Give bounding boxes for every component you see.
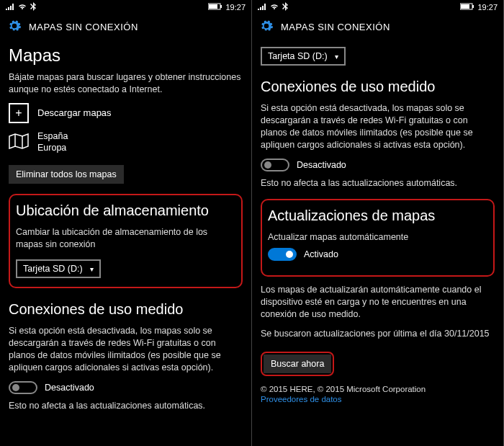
clock: 19:27 bbox=[477, 3, 498, 12]
region-country: España bbox=[37, 130, 68, 142]
metered-desc: Si esta opción está desactivada, los map… bbox=[261, 102, 495, 151]
page-title: MAPAS SIN CONEXIÓN bbox=[29, 22, 138, 32]
metered-desc: Si esta opción está desactivada, los map… bbox=[9, 325, 243, 374]
auto-update-toggle[interactable]: Activado bbox=[268, 248, 487, 261]
gear-icon bbox=[7, 19, 22, 35]
wifi-icon bbox=[269, 3, 279, 12]
storage-select-value: Tarjeta SD (D:) bbox=[268, 51, 328, 61]
storage-select[interactable]: Tarjeta SD (D:) ▾ bbox=[261, 47, 346, 66]
gear-icon bbox=[259, 19, 274, 35]
storage-heading: Ubicación de almacenamiento bbox=[16, 202, 235, 219]
updates-subheading: Actualizar mapas automáticamente bbox=[268, 231, 487, 244]
svg-rect-5 bbox=[472, 5, 474, 8]
screen-left: 19:27 MAPAS SIN CONEXIÓN Mapas Bájate ma… bbox=[0, 0, 252, 446]
copyright-text: © 2015 HERE, © 2015 Microsoft Corporatio… bbox=[261, 385, 495, 393]
maps-intro-text: Bájate mapas para buscar lugares y obten… bbox=[9, 71, 243, 96]
storage-select-value: Tarjeta SD (D:) bbox=[23, 264, 83, 274]
chevron-down-icon: ▾ bbox=[335, 53, 338, 61]
map-updates-section: Actualizaciones de mapas Actualizar mapa… bbox=[261, 199, 495, 277]
svg-rect-4 bbox=[461, 4, 469, 9]
check-now-highlight: Buscar ahora bbox=[261, 352, 334, 376]
storage-select[interactable]: Tarjeta SD (D:) ▾ bbox=[16, 259, 101, 278]
battery-icon bbox=[208, 3, 222, 12]
svg-rect-1 bbox=[209, 4, 217, 9]
bluetooth-icon bbox=[282, 2, 288, 12]
map-icon bbox=[9, 133, 29, 151]
wifi-icon bbox=[17, 3, 27, 12]
region-continent: Europa bbox=[37, 142, 68, 153]
updates-heading: Actualizaciones de mapas bbox=[268, 208, 487, 224]
status-bar: 19:27 bbox=[252, 0, 503, 14]
metered-heading: Conexiones de uso medido bbox=[261, 79, 495, 95]
metered-toggle[interactable]: Desactivado bbox=[9, 381, 243, 394]
metered-toggle-label: Desactivado bbox=[297, 160, 346, 170]
section-maps-heading: Mapas bbox=[9, 45, 243, 66]
storage-location-section: Ubicación de almacenamiento Cambiar la u… bbox=[9, 194, 243, 288]
plus-icon: + bbox=[9, 103, 29, 123]
download-maps-row[interactable]: + Descargar mapas bbox=[9, 103, 243, 123]
storage-desc: Cambiar la ubicación de almacenamiento d… bbox=[16, 226, 235, 251]
status-bar: 19:27 bbox=[0, 0, 251, 14]
page-header: MAPAS SIN CONEXIÓN bbox=[0, 14, 251, 43]
metered-note: Esto no afecta a las actualizaciones aut… bbox=[261, 177, 495, 189]
region-row[interactable]: España Europa bbox=[9, 130, 243, 154]
metered-note: Esto no afecta a las actualizaciones aut… bbox=[9, 400, 243, 412]
last-check-text: Se buscaron actualizaciones por última e… bbox=[261, 328, 495, 340]
battery-icon bbox=[460, 3, 474, 12]
page-header: MAPAS SIN CONEXIÓN bbox=[252, 14, 503, 43]
check-now-button[interactable]: Buscar ahora bbox=[264, 354, 331, 373]
screen-right: 19:27 MAPAS SIN CONEXIÓN Tarjeta SD (D:)… bbox=[252, 0, 504, 446]
download-maps-label: Descargar mapas bbox=[37, 107, 112, 118]
delete-all-maps-button[interactable]: Eliminar todos los mapas bbox=[9, 165, 124, 184]
clock: 19:27 bbox=[225, 3, 246, 12]
metered-heading: Conexiones de uso medido bbox=[9, 301, 243, 318]
chevron-down-icon: ▾ bbox=[90, 265, 94, 273]
signal-icon bbox=[6, 3, 14, 12]
data-providers-link[interactable]: Proveedores de datos bbox=[261, 395, 342, 403]
page-title: MAPAS SIN CONEXIÓN bbox=[281, 22, 390, 32]
bluetooth-icon bbox=[30, 2, 36, 12]
metered-toggle[interactable]: Desactivado bbox=[261, 159, 495, 171]
signal-icon bbox=[258, 3, 266, 12]
updates-desc: Los mapas de actualizarán automáticament… bbox=[261, 284, 495, 321]
svg-rect-2 bbox=[220, 5, 222, 8]
metered-toggle-label: Desactivado bbox=[45, 383, 94, 393]
auto-update-toggle-label: Activado bbox=[304, 249, 338, 259]
